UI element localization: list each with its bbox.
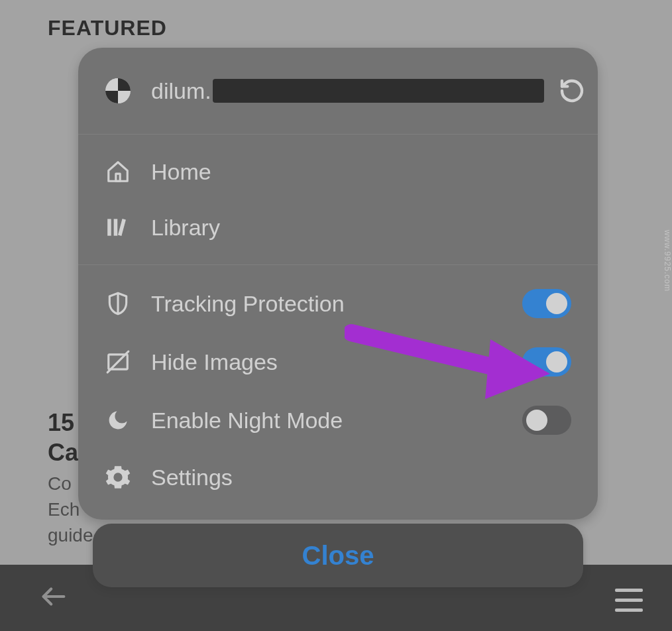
panel-nav-section: Home Library — [78, 135, 598, 265]
svg-rect-5 — [114, 219, 118, 235]
shield-icon — [105, 290, 131, 317]
menu-night-mode[interactable]: Enable Night Mode — [98, 391, 578, 449]
tracking-protection-toggle[interactable] — [522, 289, 571, 318]
panel-header: dilum. — [78, 48, 598, 135]
featured-heading: FEATURED — [48, 16, 167, 40]
hide-images-toggle[interactable] — [522, 347, 571, 376]
browser-menu-panel: dilum. Home Library Tracking Protection — [78, 48, 598, 520]
redacted-url — [213, 79, 544, 103]
night-mode-toggle[interactable] — [522, 406, 571, 435]
site-address[interactable]: dilum. — [151, 78, 544, 104]
home-icon — [105, 158, 131, 185]
bg-title-2: Ca — [48, 439, 78, 466]
close-button-label: Close — [302, 541, 374, 571]
bg-body-2: Ech — [48, 499, 80, 520]
night-mode-label: Enable Night Mode — [151, 408, 502, 433]
back-button[interactable] — [38, 581, 69, 614]
hamburger-menu-button[interactable] — [615, 589, 643, 612]
reload-button[interactable] — [559, 78, 585, 104]
menu-settings[interactable]: Settings — [98, 449, 578, 505]
menu-tracking-protection[interactable]: Tracking Protection — [98, 274, 578, 333]
library-icon — [105, 214, 131, 241]
svg-rect-6 — [118, 219, 126, 236]
background-article-title: 15 Ca — [48, 408, 78, 467]
svg-rect-3 — [116, 174, 120, 181]
bg-title-1: 15 — [48, 409, 74, 436]
settings-label: Settings — [151, 465, 571, 490]
menu-library[interactable]: Library — [98, 200, 578, 255]
menu-hide-images[interactable]: Hide Images — [98, 333, 578, 391]
hide-images-label: Hide Images — [151, 349, 502, 375]
site-favicon-icon — [105, 78, 131, 104]
svg-rect-4 — [107, 219, 111, 235]
bg-body-1: Co — [48, 473, 72, 494]
hide-images-icon — [105, 349, 131, 375]
bg-body-3: guide — [48, 525, 93, 545]
tracking-protection-label: Tracking Protection — [151, 291, 502, 317]
site-address-prefix: dilum. — [151, 78, 211, 104]
moon-icon — [105, 407, 131, 433]
gear-icon — [105, 464, 131, 490]
menu-home[interactable]: Home — [98, 144, 578, 200]
close-button[interactable]: Close — [93, 524, 583, 587]
watermark-text: www.9925.com — [663, 230, 672, 292]
menu-home-label: Home — [151, 159, 571, 185]
panel-options-section: Tracking Protection Hide Images Enable N… — [78, 265, 598, 520]
menu-library-label: Library — [151, 215, 571, 241]
